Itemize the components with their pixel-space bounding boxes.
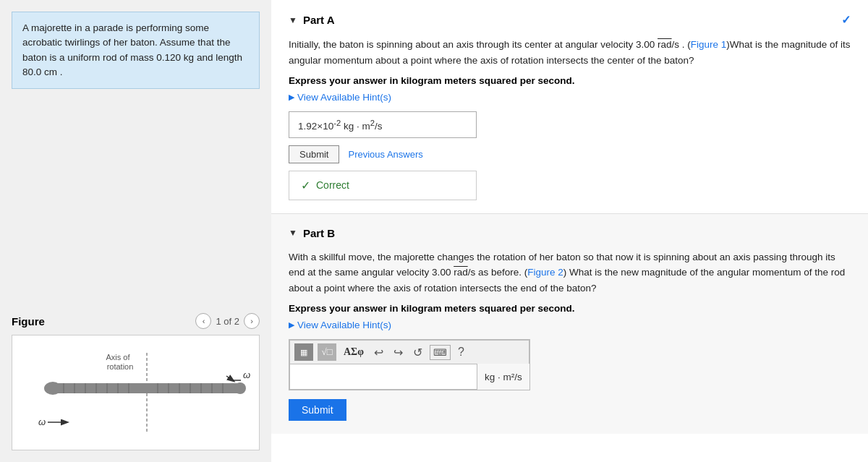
toolbar-undo-button[interactable]: ↩ [371, 344, 386, 361]
part-a-prev-answers-link[interactable]: Previous Answers [348, 149, 422, 160]
figure-next-button[interactable]: › [244, 313, 260, 329]
figure-title: Figure [12, 315, 45, 328]
svg-rect-3 [53, 383, 239, 393]
correct-check-icon: ✓ [301, 179, 310, 192]
hint-arrow-icon: ▶ [289, 93, 294, 102]
part-a-hint-link[interactable]: ▶ View Available Hint(s) [289, 92, 851, 103]
toolbar-sqrt-icon[interactable]: √□ [318, 343, 336, 361]
problem-statement: A majorette in a parade is performing so… [12, 12, 260, 89]
part-b-header: ▼ Part B [289, 227, 851, 239]
part-a-answer-value: 1.92×10-2 kg · m2/s [298, 121, 383, 132]
figure-section: Figure ‹ 1 of 2 › Axis of rotation [12, 313, 260, 450]
part-a-instruction: Express your answer in kilogram meters s… [289, 75, 851, 86]
part-b-hint-arrow-icon: ▶ [289, 320, 294, 330]
figure-svg: Axis of rotation [13, 338, 259, 447]
next-nav-icon: › [250, 317, 253, 325]
part-a-header: ▼ Part A ✓ [289, 13, 851, 27]
toolbar-redo-button[interactable]: ↪ [391, 344, 406, 361]
figure-counter: 1 of 2 [216, 316, 239, 327]
part-a-submit-row: Submit Previous Answers [289, 145, 851, 163]
svg-point-4 [44, 382, 61, 395]
svg-point-5 [234, 382, 246, 394]
part-a-answer-box: 1.92×10-2 kg · m2/s [289, 111, 477, 138]
part-a-label: Part A [303, 14, 335, 26]
correct-label: Correct [316, 179, 349, 191]
part-a-correct-box: ✓ Correct [289, 171, 477, 200]
figure1-link[interactable]: Figure 1 [691, 39, 727, 50]
problem-text: A majorette in a parade is performing so… [22, 22, 242, 77]
figure2-link[interactable]: Figure 2 [527, 267, 563, 278]
toolbar-keyboard-button[interactable]: ⌨ [430, 345, 451, 360]
part-b-question: With a skillful move, the majorette chan… [289, 249, 851, 296]
svg-text:ω: ω [38, 416, 46, 427]
svg-text:ω: ω [243, 369, 250, 380]
part-a-submit-button[interactable]: Submit [289, 145, 339, 163]
part-a-hint-label: View Available Hint(s) [297, 92, 391, 103]
left-panel: A majorette in a parade is performing so… [0, 0, 271, 462]
toolbar-matrix-icon[interactable]: ▦ [294, 343, 313, 361]
part-a-question: Initially, the baton is spinning about a… [289, 37, 851, 68]
part-b-hint-link[interactable]: ▶ View Available Hint(s) [289, 320, 851, 330]
figure-header: Figure ‹ 1 of 2 › [12, 313, 260, 329]
figure-navigation: ‹ 1 of 2 › [195, 313, 260, 329]
math-input-row: kg · m²/s [289, 364, 529, 390]
svg-text:rotation: rotation [106, 362, 133, 371]
part-a-checkmark-icon: ✓ [841, 13, 851, 27]
part-b-instruction: Express your answer in kilogram meters s… [289, 303, 851, 314]
part-a-collapse-icon[interactable]: ▼ [289, 15, 297, 25]
part-b-submit-button[interactable]: Submit [289, 399, 346, 421]
toolbar-sigma-button[interactable]: ΑΣφ [341, 345, 367, 359]
svg-line-24 [226, 376, 234, 381]
math-toolbar: ▦ √□ ΑΣφ ↩ ↪ ↺ ⌨ ? [289, 340, 529, 364]
part-b-collapse-icon[interactable]: ▼ [289, 228, 297, 238]
toolbar-refresh-button[interactable]: ↺ [410, 344, 425, 361]
figure-canvas: Axis of rotation [12, 335, 260, 450]
right-panel: ▼ Part A ✓ Initially, the baton is spinn… [271, 0, 868, 462]
part-b-answer-input[interactable] [289, 364, 477, 390]
math-input-container: ▦ √□ ΑΣφ ↩ ↪ ↺ ⌨ ? kg · m²/s [289, 339, 530, 390]
part-b-label: Part B [303, 227, 335, 239]
svg-text:Axis of: Axis of [106, 353, 130, 362]
part-b-hint-label: View Available Hint(s) [297, 320, 391, 330]
figure-prev-button[interactable]: ‹ [195, 313, 211, 329]
prev-nav-icon: ‹ [203, 317, 205, 325]
part-a-section: ▼ Part A ✓ Initially, the baton is spinn… [271, 0, 868, 214]
part-b-unit-label: kg · m²/s [477, 369, 529, 385]
part-b-section: ▼ Part B With a skillful move, the major… [271, 214, 868, 435]
toolbar-help-button[interactable]: ? [455, 344, 467, 360]
